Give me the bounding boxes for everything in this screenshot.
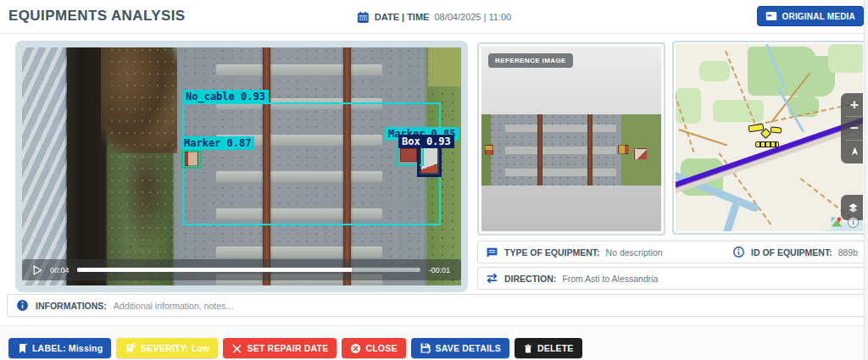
severity-train-icon bbox=[125, 342, 136, 354]
rail-sleeper bbox=[216, 246, 382, 258]
equipment-id-value: 889b bbox=[838, 247, 858, 258]
ref-rail-left bbox=[537, 114, 542, 186]
map-zoom-controls: + − bbox=[841, 93, 863, 163]
detection-label-no-cable: No_cable 0.93 bbox=[182, 90, 269, 103]
informations-bar: INFORMATIONS: bbox=[7, 294, 865, 317]
reference-panel: REFERENCE IMAGE bbox=[477, 42, 665, 235]
close-circle-icon bbox=[350, 343, 361, 354]
info-outline-icon bbox=[732, 246, 745, 258]
video-progress-track[interactable] bbox=[77, 268, 421, 272]
datetime-label: DATE | TIME bbox=[375, 12, 430, 22]
informations-input[interactable] bbox=[114, 301, 856, 311]
media-icon bbox=[765, 11, 777, 21]
repair-tools-icon bbox=[231, 343, 242, 354]
detection-box-marker-87 bbox=[181, 150, 202, 169]
page-title: EQUIPMENTS ANALYSIS bbox=[8, 8, 186, 25]
delete-button[interactable]: DELETE bbox=[515, 338, 582, 358]
map-field bbox=[699, 61, 730, 81]
video-controls: 00:04 -00:01 bbox=[22, 259, 461, 280]
label-button[interactable]: LABEL: Missing bbox=[8, 338, 111, 358]
layers-icon bbox=[847, 202, 860, 214]
direction-value: From Asti to Alessandria bbox=[562, 274, 658, 284]
equipment-id-group: ID OF EQUIPMENT: 889b bbox=[732, 246, 858, 258]
map-attribution: i bbox=[831, 216, 859, 228]
ref-sleeper bbox=[505, 125, 616, 132]
original-media-button[interactable]: ORIGINAL MEDIA bbox=[757, 6, 864, 26]
calendar-icon bbox=[357, 11, 370, 24]
save-details-button[interactable]: SAVE DETAILS bbox=[411, 338, 509, 358]
save-icon bbox=[420, 342, 431, 354]
scene-dry-grass bbox=[428, 47, 461, 86]
datetime-value: 08/04/2025 | 11:00 bbox=[434, 12, 511, 22]
close-button-text: CLOSE bbox=[365, 343, 397, 353]
original-media-label: ORIGINAL MEDIA bbox=[782, 12, 855, 21]
set-repair-date-button[interactable]: SET REPAIR DATE bbox=[223, 338, 337, 358]
map-zoom-in-button[interactable]: + bbox=[841, 93, 863, 116]
severity-button-text: SEVERITY: Low bbox=[141, 343, 209, 353]
map-road-minor bbox=[678, 129, 727, 146]
map-locate-button[interactable] bbox=[841, 141, 863, 163]
video-progress-fill bbox=[77, 268, 353, 272]
minimap-icon[interactable] bbox=[831, 216, 843, 228]
equipment-marker-icon[interactable] bbox=[771, 126, 782, 133]
footer-bar: LABEL: Missing SEVERITY: Low SET REPAIR … bbox=[0, 325, 868, 360]
reference-image bbox=[481, 114, 661, 186]
ref-sleeper bbox=[505, 169, 616, 176]
ref-sleeper bbox=[505, 147, 616, 154]
scene-grass-left bbox=[107, 47, 175, 285]
ref-rail-right bbox=[587, 114, 593, 186]
map-info-icon[interactable]: i bbox=[848, 217, 859, 228]
trash-icon bbox=[523, 343, 533, 354]
detection-label-marker-87: Marker 0.87 bbox=[181, 136, 254, 150]
save-details-button-text: SAVE DETAILS bbox=[436, 343, 501, 353]
ref-marker-object bbox=[618, 145, 629, 154]
set-repair-date-button-text: SET REPAIR DATE bbox=[247, 343, 328, 353]
reference-badge: REFERENCE IMAGE bbox=[488, 53, 573, 68]
map-orchard bbox=[713, 100, 764, 122]
ref-marker-object bbox=[634, 148, 648, 160]
severity-button[interactable]: SEVERITY: Low bbox=[116, 338, 218, 358]
map-river bbox=[717, 202, 740, 231]
label-flag-icon bbox=[17, 343, 28, 354]
rail-sleeper bbox=[216, 64, 382, 75]
navigation-arrow-icon bbox=[849, 146, 860, 157]
page-scrollbar[interactable] bbox=[864, 0, 868, 360]
map-canvas[interactable]: + − i bbox=[676, 44, 863, 231]
datetime-group: DATE | TIME 08/04/2025 | 11:00 bbox=[357, 0, 511, 34]
detection-box-box-93 bbox=[417, 143, 442, 177]
header-bar: EQUIPMENTS ANALYSIS DATE | TIME 08/04/20… bbox=[0, 0, 868, 34]
video-frame[interactable]: No_cable 0.93 Marker 0.87 Marker 0.85 Bo… bbox=[22, 47, 461, 285]
map-field bbox=[828, 44, 863, 73]
scene-concrete-wall bbox=[22, 47, 67, 285]
detection-label-box-93: Box 0.93 bbox=[398, 135, 454, 148]
ref-marker-object bbox=[485, 145, 493, 155]
video-panel: No_cable 0.93 Marker 0.87 Marker 0.85 Bo… bbox=[15, 41, 468, 292]
video-remaining-time: -00:01 bbox=[428, 266, 450, 274]
equipment-marker-icon[interactable] bbox=[755, 141, 779, 147]
close-button[interactable]: CLOSE bbox=[342, 338, 405, 358]
equipment-type-label: TYPE OF EQUIPMENT: bbox=[504, 247, 600, 258]
footer-buttons: LABEL: Missing SEVERITY: Low SET REPAIR … bbox=[8, 338, 582, 358]
play-icon[interactable] bbox=[33, 265, 42, 275]
direction-label: DIRECTION: bbox=[504, 274, 556, 284]
map-zoom-out-button[interactable]: − bbox=[841, 117, 863, 140]
comment-icon bbox=[486, 246, 498, 258]
map-panel: + − i bbox=[672, 41, 866, 235]
label-button-text: LABEL: Missing bbox=[32, 343, 103, 353]
delete-button-text: DELETE bbox=[537, 343, 574, 353]
equipment-type-row: TYPE OF EQUIPMENT: No description ID OF … bbox=[477, 241, 866, 263]
equipments-analysis-page: EQUIPMENTS ANALYSIS DATE | TIME 08/04/20… bbox=[0, 0, 868, 360]
equipment-id-label: ID OF EQUIPMENT: bbox=[751, 247, 832, 258]
swap-arrows-icon bbox=[486, 272, 498, 285]
informations-label: INFORMATIONS: bbox=[36, 301, 107, 311]
video-current-time: 00:04 bbox=[50, 266, 70, 274]
direction-row: DIRECTION: From Asti to Alessandria bbox=[477, 267, 866, 290]
equipment-type-value: No description bbox=[606, 247, 663, 258]
info-filled-icon bbox=[16, 299, 29, 312]
reference-scene: REFERENCE IMAGE bbox=[481, 47, 661, 231]
